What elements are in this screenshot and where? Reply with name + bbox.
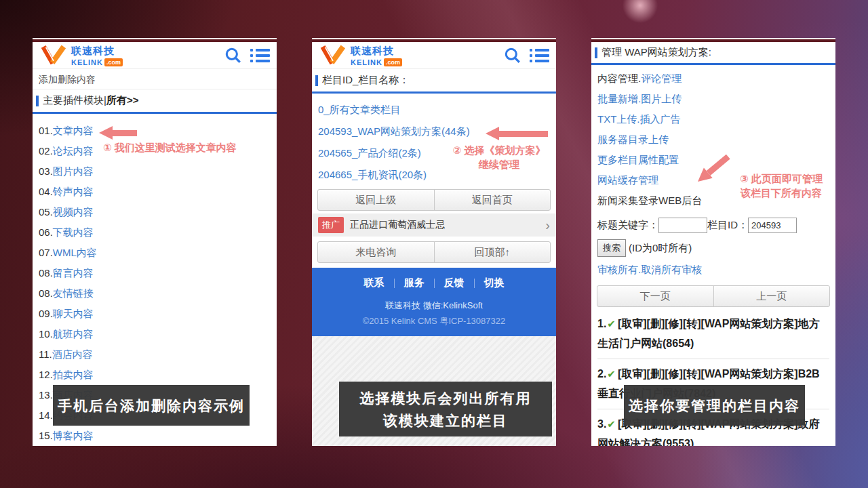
section-title-text: 栏目ID_栏目名称： [322,74,409,87]
title-accent-bar [36,96,39,106]
back-to-top-button[interactable]: 回顶部↑ [434,242,551,262]
list-item[interactable]: 09.聊天内容 [39,304,271,324]
manage-link-row[interactable]: TXT上传.插入广告 [597,109,829,129]
section-title-text: 主要插件模块| [43,94,106,107]
check-icon: ✔ [607,418,616,430]
caption-overlay: 选择你要管理的栏目内容 [624,385,805,426]
section-title: 主要插件模块|所有>> [33,89,277,114]
manage-link-row[interactable]: 批量新增.图片上传 [597,89,829,109]
brand-name-cn: 联速科技 [351,45,402,58]
back-up-button[interactable]: 返回上级 [318,190,434,210]
footer-wechat: 联速科技 微信:KelinkSoft [312,300,556,312]
menu-icon[interactable] [250,49,270,62]
content-item[interactable]: 1.✔[取审][删][修][转][WAP网站策划方案]地方生活门户网站(8654… [597,309,829,359]
phone-screenshot-columns: 联速科技 KELINK .com 栏目ID_栏目名称： 0_所有文章类栏目 [312,38,556,446]
search-hint: (ID为0时所有) [629,242,692,255]
next-page-button[interactable]: 下一页 [597,286,713,306]
page-title: 管理 WAP网站策划方案: [591,42,835,65]
list-item[interactable]: 08.留言内容 [39,263,271,283]
search-icon[interactable] [224,47,242,64]
footer-link-feedback[interactable]: 反馈 [444,277,465,289]
promo-badge: 推广 [318,217,344,233]
footer-link-contact[interactable]: 联系 [364,277,384,289]
kelink-logo[interactable]: 联速科技 KELINK .com [39,45,123,66]
annotation-step3: ③ 此页面即可管理 该栏目下所有内容 [730,171,833,200]
brand-text: 联速科技 KELINK .com [351,45,402,66]
logo-v-icon [39,45,68,66]
brand-name-cn: 联速科技 [71,45,123,58]
promo-text: 正品进口葡萄酒威士忌 [350,219,445,231]
kelink-logo[interactable]: 联速科技 KELINK .com [319,45,402,66]
divider [474,279,475,288]
call-button[interactable]: 来电咨询 [318,242,434,262]
title-accent-bar [595,47,597,58]
breadcrumb: 添加删除内容 [33,69,277,89]
section-title: 栏目ID_栏目名称： [312,69,556,94]
logo-v-icon [319,45,347,66]
page-title-text: 管理 WAP网站策划方案: [601,46,711,59]
caption-overlay: 手机后台添加删除内容示例 [53,385,250,426]
keyword-label: 标题关键字： [597,219,658,232]
manage-link-row[interactable]: 内容管理.评论管理 [597,68,829,89]
action-button-group: 来电咨询 回顶部↑ [317,241,551,263]
search-form-row: 标题关键字： 栏目ID： [597,216,829,234]
column-id-input[interactable] [748,218,797,233]
list-item[interactable]: 10.航班内容 [39,324,271,344]
check-icon: ✔ [607,318,616,329]
app-header: 联速科技 KELINK .com [33,42,277,69]
brand-name-en: KELINK [71,58,103,66]
list-item[interactable]: 03.图片内容 [39,161,271,182]
list-item[interactable]: 15.博客内容 [39,426,271,446]
site-footer: 联系 服务 反馈 切换 联速科技 微信:KelinkSoft ©2015 Kel… [312,268,556,336]
annotation-step2: ② 选择《策划方案》 继续管理 [445,143,553,171]
list-item[interactable]: 07.WML内容 [39,243,271,263]
nav-button-group: 返回上级 返回首页 [317,189,551,211]
list-item[interactable]: 11.酒店内容 [39,344,271,365]
annotation-step1: ① 我们这里测试选择文章内容 [103,140,237,155]
footer-link-service[interactable]: 服务 [404,277,425,289]
brand-tld-badge: .com [104,58,123,66]
manage-link-row[interactable]: 服务器目录上传 [597,129,829,150]
list-item[interactable]: 05.视频内容 [39,202,271,222]
column-link[interactable]: 0_所有文章类栏目 [318,99,550,121]
search-button[interactable]: 搜索 [597,239,626,257]
divider [434,279,435,288]
app-header: 联速科技 KELINK .com [312,42,556,69]
search-icon[interactable] [504,47,521,64]
section-title-all-link[interactable]: 所有>> [106,94,139,107]
keyword-input[interactable] [658,218,707,233]
divider [394,279,395,288]
colid-label: 栏目ID： [707,219,748,232]
list-item[interactable]: 04.铃声内容 [39,182,271,202]
promo-banner[interactable]: 推广 正品进口葡萄酒威士忌 › [312,214,556,237]
brand-name-en: KELINK [351,58,382,66]
list-item[interactable]: 01.文章内容 [39,121,271,141]
caption-overlay: 选择模块后会列出所有用 该模块建立的栏目 [339,382,552,436]
pagination-group: 下一页 上一页 [597,285,830,307]
audit-links-row[interactable]: 审核所有.取消所有审核 [597,260,829,280]
annotation-arrow-left-icon [486,127,548,140]
list-item[interactable]: 06.下载内容 [39,222,271,243]
list-item[interactable]: 12.拍卖内容 [39,365,271,385]
back-home-button[interactable]: 返回首页 [434,190,551,210]
prev-page-button[interactable]: 上一页 [713,286,830,306]
phone-screenshot-manage: 管理 WAP网站策划方案: 内容管理.评论管理 批量新增.图片上传 TXT上传.… [591,38,835,446]
annotation-arrow-left-icon [99,126,137,140]
title-accent-bar [315,75,318,86]
brand-text: 联速科技 KELINK .com [71,45,123,66]
check-icon: ✔ [607,368,616,380]
menu-icon[interactable] [530,49,549,62]
search-button-row: 搜索 (ID为0时所有) [597,239,829,257]
list-item[interactable]: 08.友情链接 [39,283,271,304]
footer-link-switch[interactable]: 切换 [484,277,505,289]
brand-tld-badge: .com [384,58,402,66]
phone-screenshot-modules: 联速科技 KELINK .com 添加删除内容 主要插件模块|所有>> 01.文 [33,38,277,446]
footer-copyright: ©2015 Kelink CMS 粤ICP-13087322 [312,315,556,327]
chevron-right-icon: › [545,218,550,232]
